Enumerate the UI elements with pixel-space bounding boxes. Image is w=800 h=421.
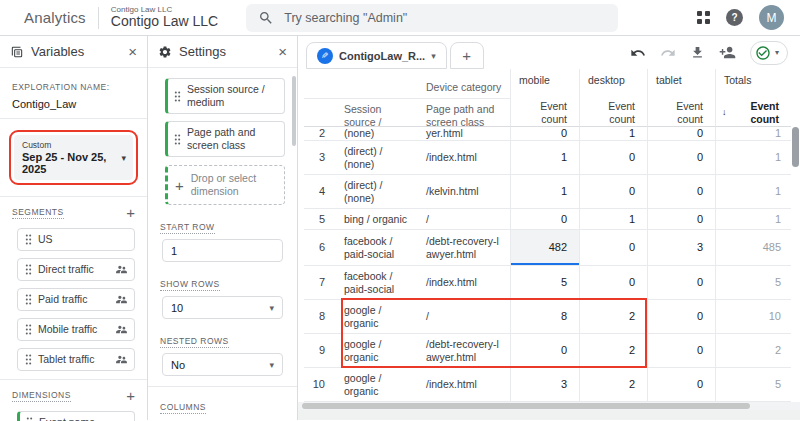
dimension-chip[interactable]: Event name bbox=[17, 411, 135, 421]
cell-tablet-event-count[interactable]: 0 bbox=[647, 141, 715, 175]
cell-mobile-event-count[interactable]: 1 bbox=[510, 175, 579, 209]
cell-tablet-event-count[interactable]: 0 bbox=[647, 334, 715, 368]
cell-page-path[interactable]: /index.html bbox=[420, 266, 510, 300]
cell-total-event-count[interactable]: 1 bbox=[715, 127, 791, 141]
segment-chip[interactable]: US bbox=[17, 228, 135, 251]
cell-session-source[interactable]: (none) bbox=[338, 127, 420, 141]
cell-desktop-event-count[interactable]: 1 bbox=[579, 127, 647, 141]
segment-chip[interactable]: Direct traffic bbox=[17, 258, 135, 281]
metric-header-totals-sorted[interactable]: ↓ Event count bbox=[715, 99, 791, 127]
column-group-mobile[interactable]: mobile bbox=[510, 69, 579, 99]
cell-session-source[interactable]: (direct) / (none) bbox=[338, 175, 420, 209]
segment-chip[interactable]: Paid traffic bbox=[17, 288, 135, 311]
cell-desktop-event-count[interactable]: 2 bbox=[579, 368, 647, 402]
cell-total-event-count[interactable]: 1 bbox=[715, 209, 791, 230]
share-person-add-icon[interactable] bbox=[719, 44, 736, 61]
cell-desktop-event-count[interactable]: 1 bbox=[579, 209, 647, 230]
cell-session-source[interactable]: google / organic bbox=[338, 334, 420, 368]
cell-mobile-event-count[interactable]: 5 bbox=[510, 266, 579, 300]
dimension-chip[interactable]: Session source / medium bbox=[165, 78, 285, 114]
cell-session-source[interactable]: google / organic bbox=[338, 300, 420, 334]
date-range-selector[interactable]: Custom Sep 25 - Nov 25, 2025 ▾ bbox=[14, 135, 133, 180]
cell-desktop-event-count[interactable]: 0 bbox=[579, 141, 647, 175]
account-switcher[interactable]: Contigo Law LLC Contigo Law LLC bbox=[111, 6, 218, 29]
cell-page-path[interactable]: / bbox=[420, 300, 510, 334]
cell-session-source[interactable]: (direct) / (none) bbox=[338, 141, 420, 175]
start-row-input[interactable]: 1 bbox=[162, 239, 283, 262]
cell-total-event-count[interactable]: 1 bbox=[715, 141, 791, 175]
cell-session-source[interactable]: facebook / paid-social bbox=[338, 230, 420, 266]
cell-tablet-event-count[interactable]: 0 bbox=[647, 209, 715, 230]
add-dimension-button[interactable]: + bbox=[126, 388, 135, 403]
variables-close-icon[interactable]: × bbox=[128, 44, 137, 59]
cell-mobile-event-count[interactable]: 0 bbox=[510, 209, 579, 230]
row-dimension-dropzone[interactable]: + Drop or select dimension bbox=[165, 165, 285, 205]
drag-handle-icon[interactable] bbox=[173, 90, 182, 103]
cell-tablet-event-count[interactable]: 0 bbox=[647, 127, 715, 141]
vertical-scrollbar-thumb[interactable] bbox=[792, 127, 799, 167]
cell-mobile-event-count[interactable]: 8 bbox=[510, 300, 579, 334]
status-check-dropdown[interactable]: ▾ bbox=[750, 41, 788, 65]
cell-tablet-event-count[interactable]: 0 bbox=[647, 300, 715, 334]
cell-tablet-event-count[interactable]: 3 bbox=[647, 230, 715, 266]
cell-total-event-count[interactable]: 10 bbox=[715, 300, 791, 334]
cell-session-source[interactable]: facebook / paid-social bbox=[338, 266, 420, 300]
drag-handle-icon[interactable] bbox=[24, 293, 33, 306]
dimension-chip[interactable]: Page path and screen class bbox=[165, 121, 285, 157]
cell-desktop-event-count[interactable]: 0 bbox=[579, 175, 647, 209]
cell-session-source[interactable]: bing / organic bbox=[338, 209, 420, 230]
drag-handle-icon[interactable] bbox=[173, 133, 182, 146]
cell-tablet-event-count[interactable]: 0 bbox=[647, 368, 715, 402]
show-rows-select[interactable]: 10 ▾ bbox=[162, 296, 283, 319]
settings-close-icon[interactable]: × bbox=[278, 44, 287, 59]
cell-mobile-event-count[interactable]: 3 bbox=[510, 368, 579, 402]
tab-contigolaw-report[interactable]: ✎ ContigoLaw_R... ▾ bbox=[306, 42, 447, 69]
cell-total-event-count[interactable]: 5 bbox=[715, 266, 791, 300]
apps-grid-icon[interactable] bbox=[697, 11, 710, 24]
cell-total-event-count[interactable]: 485 bbox=[715, 230, 791, 266]
column-group-tablet[interactable]: tablet bbox=[647, 69, 715, 99]
redo-icon[interactable] bbox=[660, 45, 676, 61]
drag-handle-icon[interactable] bbox=[24, 233, 33, 246]
metric-header-mobile[interactable]: Event count bbox=[510, 99, 579, 127]
cell-total-event-count[interactable]: 2 bbox=[715, 334, 791, 368]
drag-handle-icon[interactable] bbox=[25, 416, 34, 421]
column-group-totals[interactable]: Totals bbox=[715, 69, 791, 99]
cell-mobile-event-count[interactable]: 0 bbox=[510, 334, 579, 368]
cell-page-path[interactable]: /index.html bbox=[420, 368, 510, 402]
column-group-desktop[interactable]: desktop bbox=[579, 69, 647, 99]
add-segment-button[interactable]: + bbox=[126, 205, 135, 220]
settings-scrollbar[interactable] bbox=[292, 76, 296, 146]
undo-icon[interactable] bbox=[630, 45, 646, 61]
drag-handle-icon[interactable] bbox=[24, 323, 33, 336]
drag-handle-icon[interactable] bbox=[24, 263, 33, 276]
cell-desktop-event-count[interactable]: 0 bbox=[579, 266, 647, 300]
horizontal-scrollbar-thumb[interactable] bbox=[302, 403, 750, 409]
cell-tablet-event-count[interactable]: 0 bbox=[647, 266, 715, 300]
metric-header-desktop[interactable]: Event count bbox=[579, 99, 647, 127]
cell-tablet-event-count[interactable]: 0 bbox=[647, 175, 715, 209]
help-icon[interactable]: ? bbox=[726, 9, 743, 26]
drag-handle-icon[interactable] bbox=[24, 353, 33, 366]
cell-page-path[interactable]: yer.html bbox=[420, 127, 510, 141]
segment-chip[interactable]: Mobile traffic bbox=[17, 318, 135, 341]
cell-desktop-event-count[interactable]: 2 bbox=[579, 334, 647, 368]
cell-desktop-event-count[interactable]: 0 bbox=[579, 230, 647, 266]
segment-chip[interactable]: Tablet traffic bbox=[17, 348, 135, 371]
avatar[interactable]: M bbox=[759, 5, 784, 30]
cell-total-event-count[interactable]: 1 bbox=[715, 175, 791, 209]
cell-mobile-event-count[interactable]: 1 bbox=[510, 141, 579, 175]
cell-page-path[interactable]: /index.html bbox=[420, 141, 510, 175]
cell-page-path[interactable]: /debt-recovery-lawyer.html bbox=[420, 334, 510, 368]
cell-page-path[interactable]: /debt-recovery-lawyer.html bbox=[420, 230, 510, 266]
cell-page-path[interactable]: / bbox=[420, 209, 510, 230]
cell-mobile-event-count[interactable]: 482 bbox=[510, 230, 579, 266]
download-icon[interactable] bbox=[690, 45, 705, 60]
cell-mobile-event-count[interactable]: 0 bbox=[510, 127, 579, 141]
cell-session-source[interactable]: google / organic bbox=[338, 368, 420, 402]
cell-total-event-count[interactable]: 5 bbox=[715, 368, 791, 402]
metric-header-tablet[interactable]: Event count bbox=[647, 99, 715, 127]
exploration-name-value[interactable]: Contigo_Law bbox=[12, 98, 135, 110]
add-tab-button[interactable]: + bbox=[450, 42, 484, 69]
search-input[interactable] bbox=[284, 11, 606, 25]
